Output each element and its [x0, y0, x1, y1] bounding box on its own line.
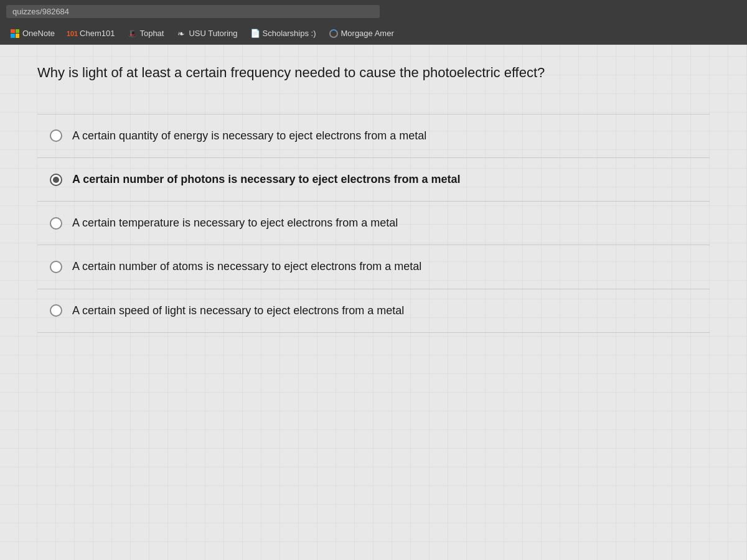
radio-b-fill [53, 177, 59, 183]
onenote-icon [10, 29, 20, 39]
answer-option-a[interactable]: A certain quantity of energy is necessar… [37, 114, 710, 157]
quiz-container: Why is light of at least a certain frequ… [12, 45, 735, 352]
bookmark-chem101-label: Chem101 [80, 29, 115, 38]
bookmark-usu-tutoring[interactable]: ❧ USU Tutoring [171, 26, 242, 41]
option-c-text: A certain temperature is necessary to ej… [72, 215, 398, 231]
browser-chrome: quizzes/982684 [0, 0, 747, 22]
tophat-icon: 🎩 [127, 29, 137, 39]
option-d-text: A certain number of atoms is necessary t… [72, 259, 421, 274]
bookmark-scholarships[interactable]: 📄 Scholarships :) [245, 26, 321, 41]
bookmark-chem101[interactable]: 101 Chem101 [62, 26, 120, 41]
answer-option-c[interactable]: A certain temperature is necessary to ej… [37, 201, 710, 245]
main-content: Why is light of at least a certain frequ… [0, 45, 747, 560]
bookmarks-bar: OneNote 101 Chem101 🎩 Tophat ❧ USU Tutor… [0, 22, 747, 45]
answer-option-b[interactable]: A certain number of photons is necessary… [37, 157, 710, 201]
scholarships-icon: 📄 [250, 29, 260, 39]
answer-option-e[interactable]: A certain speed of light is necessary to… [37, 289, 710, 333]
radio-b [50, 174, 62, 186]
radio-e [50, 304, 62, 317]
radio-c [50, 217, 62, 230]
option-e-text: A certain speed of light is necessary to… [72, 303, 404, 319]
usu-tutoring-icon: ❧ [176, 29, 186, 39]
chem101-icon: 101 [67, 29, 77, 39]
option-a-text: A certain quantity of energy is necessar… [72, 128, 426, 144]
bookmark-tophat-label: Tophat [139, 29, 164, 38]
bookmark-tophat[interactable]: 🎩 Tophat [122, 26, 169, 41]
answer-option-d[interactable]: A certain number of atoms is necessary t… [37, 245, 710, 288]
answer-options: A certain quantity of energy is necessar… [37, 114, 710, 333]
bookmark-onenote-label: OneNote [22, 29, 55, 38]
bookmark-morgage-label: Morgage Amer [341, 29, 394, 38]
bookmark-morgage[interactable]: Morgage Amer [324, 26, 399, 41]
morgage-loading-icon [329, 29, 339, 39]
bookmark-onenote[interactable]: OneNote [5, 26, 60, 41]
address-bar[interactable]: quizzes/982684 [6, 5, 380, 18]
radio-d [50, 261, 62, 273]
bookmark-scholarships-label: Scholarships :) [263, 29, 316, 38]
option-b-text: A certain number of photons is necessary… [72, 172, 461, 187]
bookmark-usu-tutoring-label: USU Tutoring [189, 29, 237, 38]
radio-a [50, 129, 62, 142]
question-text: Why is light of at least a certain frequ… [37, 63, 710, 95]
